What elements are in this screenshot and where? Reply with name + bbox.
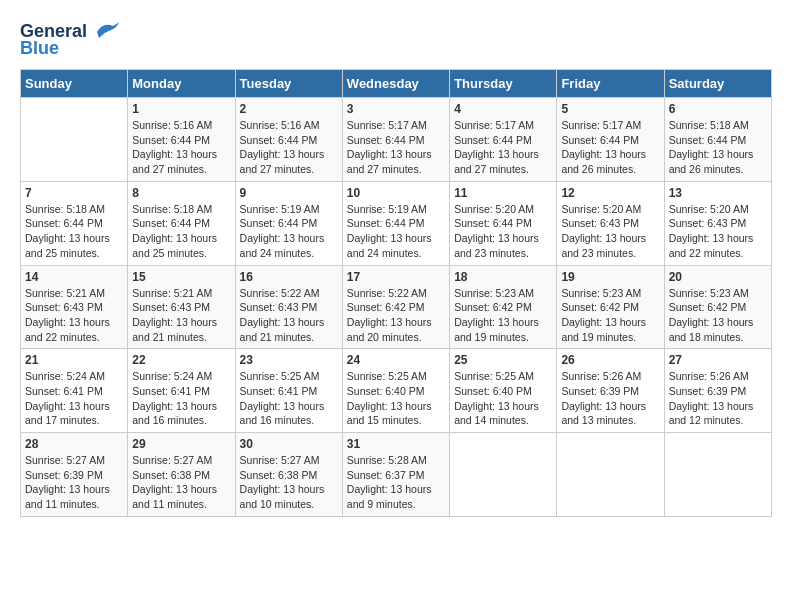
calendar-cell: 30Sunrise: 5:27 AM Sunset: 6:38 PM Dayli… xyxy=(235,433,342,517)
calendar-cell: 27Sunrise: 5:26 AM Sunset: 6:39 PM Dayli… xyxy=(664,349,771,433)
cell-info: Sunrise: 5:22 AM Sunset: 6:42 PM Dayligh… xyxy=(347,286,445,345)
calendar-cell xyxy=(21,98,128,182)
calendar-cell: 6Sunrise: 5:18 AM Sunset: 6:44 PM Daylig… xyxy=(664,98,771,182)
cell-info: Sunrise: 5:25 AM Sunset: 6:40 PM Dayligh… xyxy=(347,369,445,428)
cell-info: Sunrise: 5:26 AM Sunset: 6:39 PM Dayligh… xyxy=(669,369,767,428)
calendar-cell: 31Sunrise: 5:28 AM Sunset: 6:37 PM Dayli… xyxy=(342,433,449,517)
calendar-cell: 23Sunrise: 5:25 AM Sunset: 6:41 PM Dayli… xyxy=(235,349,342,433)
cell-info: Sunrise: 5:20 AM Sunset: 6:43 PM Dayligh… xyxy=(561,202,659,261)
calendar-cell: 5Sunrise: 5:17 AM Sunset: 6:44 PM Daylig… xyxy=(557,98,664,182)
calendar-cell: 19Sunrise: 5:23 AM Sunset: 6:42 PM Dayli… xyxy=(557,265,664,349)
calendar-cell: 15Sunrise: 5:21 AM Sunset: 6:43 PM Dayli… xyxy=(128,265,235,349)
day-number: 20 xyxy=(669,270,767,284)
cell-info: Sunrise: 5:28 AM Sunset: 6:37 PM Dayligh… xyxy=(347,453,445,512)
day-number: 26 xyxy=(561,353,659,367)
calendar-cell: 14Sunrise: 5:21 AM Sunset: 6:43 PM Dayli… xyxy=(21,265,128,349)
day-number: 1 xyxy=(132,102,230,116)
week-row-4: 21Sunrise: 5:24 AM Sunset: 6:41 PM Dayli… xyxy=(21,349,772,433)
day-number: 10 xyxy=(347,186,445,200)
day-number: 16 xyxy=(240,270,338,284)
cell-info: Sunrise: 5:16 AM Sunset: 6:44 PM Dayligh… xyxy=(132,118,230,177)
calendar-cell: 7Sunrise: 5:18 AM Sunset: 6:44 PM Daylig… xyxy=(21,181,128,265)
day-number: 24 xyxy=(347,353,445,367)
day-number: 4 xyxy=(454,102,552,116)
day-number: 12 xyxy=(561,186,659,200)
week-row-3: 14Sunrise: 5:21 AM Sunset: 6:43 PM Dayli… xyxy=(21,265,772,349)
cell-info: Sunrise: 5:23 AM Sunset: 6:42 PM Dayligh… xyxy=(669,286,767,345)
day-number: 31 xyxy=(347,437,445,451)
cell-info: Sunrise: 5:17 AM Sunset: 6:44 PM Dayligh… xyxy=(454,118,552,177)
calendar-cell: 17Sunrise: 5:22 AM Sunset: 6:42 PM Dayli… xyxy=(342,265,449,349)
day-number: 5 xyxy=(561,102,659,116)
cell-info: Sunrise: 5:26 AM Sunset: 6:39 PM Dayligh… xyxy=(561,369,659,428)
cell-info: Sunrise: 5:25 AM Sunset: 6:40 PM Dayligh… xyxy=(454,369,552,428)
day-number: 6 xyxy=(669,102,767,116)
day-header-wednesday: Wednesday xyxy=(342,70,449,98)
cell-info: Sunrise: 5:17 AM Sunset: 6:44 PM Dayligh… xyxy=(347,118,445,177)
day-header-friday: Friday xyxy=(557,70,664,98)
day-number: 22 xyxy=(132,353,230,367)
logo-blue-text: Blue xyxy=(20,38,59,59)
cell-info: Sunrise: 5:21 AM Sunset: 6:43 PM Dayligh… xyxy=(132,286,230,345)
day-number: 30 xyxy=(240,437,338,451)
day-number: 7 xyxy=(25,186,123,200)
day-header-tuesday: Tuesday xyxy=(235,70,342,98)
calendar-cell: 12Sunrise: 5:20 AM Sunset: 6:43 PM Dayli… xyxy=(557,181,664,265)
cell-info: Sunrise: 5:21 AM Sunset: 6:43 PM Dayligh… xyxy=(25,286,123,345)
calendar-cell xyxy=(450,433,557,517)
day-number: 2 xyxy=(240,102,338,116)
calendar-cell: 21Sunrise: 5:24 AM Sunset: 6:41 PM Dayli… xyxy=(21,349,128,433)
calendar-cell: 16Sunrise: 5:22 AM Sunset: 6:43 PM Dayli… xyxy=(235,265,342,349)
calendar-cell: 20Sunrise: 5:23 AM Sunset: 6:42 PM Dayli… xyxy=(664,265,771,349)
day-number: 3 xyxy=(347,102,445,116)
cell-info: Sunrise: 5:24 AM Sunset: 6:41 PM Dayligh… xyxy=(132,369,230,428)
cell-info: Sunrise: 5:27 AM Sunset: 6:38 PM Dayligh… xyxy=(240,453,338,512)
week-row-2: 7Sunrise: 5:18 AM Sunset: 6:44 PM Daylig… xyxy=(21,181,772,265)
calendar-cell: 2Sunrise: 5:16 AM Sunset: 6:44 PM Daylig… xyxy=(235,98,342,182)
calendar-cell xyxy=(664,433,771,517)
cell-info: Sunrise: 5:20 AM Sunset: 6:43 PM Dayligh… xyxy=(669,202,767,261)
day-header-saturday: Saturday xyxy=(664,70,771,98)
day-number: 17 xyxy=(347,270,445,284)
week-row-5: 28Sunrise: 5:27 AM Sunset: 6:39 PM Dayli… xyxy=(21,433,772,517)
calendar-cell xyxy=(557,433,664,517)
calendar-cell: 8Sunrise: 5:18 AM Sunset: 6:44 PM Daylig… xyxy=(128,181,235,265)
day-number: 19 xyxy=(561,270,659,284)
calendar-cell: 24Sunrise: 5:25 AM Sunset: 6:40 PM Dayli… xyxy=(342,349,449,433)
cell-info: Sunrise: 5:19 AM Sunset: 6:44 PM Dayligh… xyxy=(240,202,338,261)
day-number: 9 xyxy=(240,186,338,200)
calendar-cell: 26Sunrise: 5:26 AM Sunset: 6:39 PM Dayli… xyxy=(557,349,664,433)
day-number: 13 xyxy=(669,186,767,200)
cell-info: Sunrise: 5:23 AM Sunset: 6:42 PM Dayligh… xyxy=(561,286,659,345)
calendar-table: SundayMondayTuesdayWednesdayThursdayFrid… xyxy=(20,69,772,517)
calendar-cell: 29Sunrise: 5:27 AM Sunset: 6:38 PM Dayli… xyxy=(128,433,235,517)
cell-info: Sunrise: 5:27 AM Sunset: 6:38 PM Dayligh… xyxy=(132,453,230,512)
day-number: 18 xyxy=(454,270,552,284)
calendar-cell: 11Sunrise: 5:20 AM Sunset: 6:44 PM Dayli… xyxy=(450,181,557,265)
cell-info: Sunrise: 5:19 AM Sunset: 6:44 PM Dayligh… xyxy=(347,202,445,261)
day-header-sunday: Sunday xyxy=(21,70,128,98)
calendar-cell: 18Sunrise: 5:23 AM Sunset: 6:42 PM Dayli… xyxy=(450,265,557,349)
calendar-cell: 22Sunrise: 5:24 AM Sunset: 6:41 PM Dayli… xyxy=(128,349,235,433)
calendar-cell: 13Sunrise: 5:20 AM Sunset: 6:43 PM Dayli… xyxy=(664,181,771,265)
cell-info: Sunrise: 5:22 AM Sunset: 6:43 PM Dayligh… xyxy=(240,286,338,345)
cell-info: Sunrise: 5:16 AM Sunset: 6:44 PM Dayligh… xyxy=(240,118,338,177)
day-number: 29 xyxy=(132,437,230,451)
cell-info: Sunrise: 5:18 AM Sunset: 6:44 PM Dayligh… xyxy=(132,202,230,261)
cell-info: Sunrise: 5:25 AM Sunset: 6:41 PM Dayligh… xyxy=(240,369,338,428)
day-number: 11 xyxy=(454,186,552,200)
day-header-thursday: Thursday xyxy=(450,70,557,98)
day-number: 28 xyxy=(25,437,123,451)
cell-info: Sunrise: 5:23 AM Sunset: 6:42 PM Dayligh… xyxy=(454,286,552,345)
day-number: 27 xyxy=(669,353,767,367)
cell-info: Sunrise: 5:27 AM Sunset: 6:39 PM Dayligh… xyxy=(25,453,123,512)
calendar-cell: 10Sunrise: 5:19 AM Sunset: 6:44 PM Dayli… xyxy=(342,181,449,265)
calendar-cell: 9Sunrise: 5:19 AM Sunset: 6:44 PM Daylig… xyxy=(235,181,342,265)
logo-bird-icon xyxy=(89,20,121,42)
day-number: 25 xyxy=(454,353,552,367)
day-number: 8 xyxy=(132,186,230,200)
calendar-cell: 3Sunrise: 5:17 AM Sunset: 6:44 PM Daylig… xyxy=(342,98,449,182)
day-number: 15 xyxy=(132,270,230,284)
cell-info: Sunrise: 5:24 AM Sunset: 6:41 PM Dayligh… xyxy=(25,369,123,428)
cell-info: Sunrise: 5:18 AM Sunset: 6:44 PM Dayligh… xyxy=(669,118,767,177)
